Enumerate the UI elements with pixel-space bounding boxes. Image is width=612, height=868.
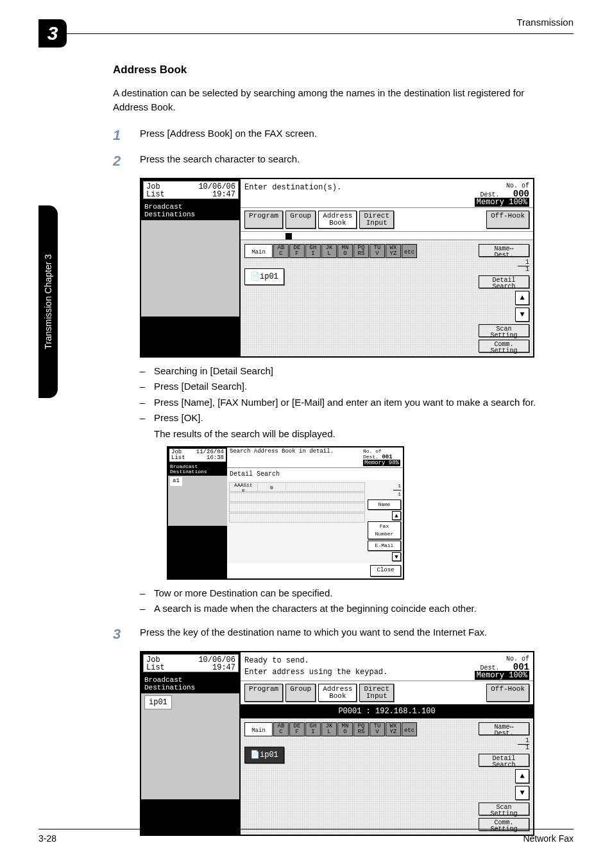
down-arrow-button-2[interactable]: ▼ — [515, 786, 529, 800]
tab-def[interactable]: DE F — [289, 244, 305, 258]
ds-up-arrow[interactable]: ▲ — [392, 511, 401, 520]
tab-pqrs[interactable]: PQ RS — [353, 244, 369, 258]
down-arrow-button[interactable]: ▼ — [515, 308, 529, 322]
fax-screen-2: Job List 10/06/06 19:47 Broadcast Destin… — [140, 651, 534, 836]
ds-frac-bot: 1 — [398, 491, 401, 497]
tab-abc[interactable]: AB C — [273, 244, 289, 258]
broadcast-label: Broadcast Destinations — [141, 201, 241, 220]
sub-4: Press [OK]. — [154, 411, 203, 426]
up-arrow-button-2[interactable]: ▲ — [515, 769, 529, 783]
program-button[interactable]: Program — [244, 211, 283, 229]
page-frac-top-2: 1 — [479, 738, 529, 744]
comm-setting-button[interactable]: Comm. Setting — [479, 340, 529, 352]
ds-frac-top: 1 — [398, 483, 401, 489]
dest-entry-label-2: ip01 — [260, 751, 278, 759]
dest-list-2: ip01 — [141, 693, 241, 799]
group-button[interactable]: Group — [285, 211, 316, 229]
sub-4-note: The results of the search will be displa… — [154, 427, 561, 442]
page-frac-bot-2: 1 — [479, 745, 529, 751]
off-hook-button-2[interactable]: Off-Hook — [486, 684, 529, 702]
tab-main-2[interactable]: Main — [244, 722, 273, 736]
program-button-2[interactable]: Program — [244, 684, 283, 702]
tab-wxyz[interactable]: WX YZ — [386, 244, 401, 258]
detail-search-button-2[interactable]: Detail Search — [479, 754, 529, 767]
address-book-button[interactable]: Address Book — [318, 211, 357, 229]
tab-mno-2[interactable]: MN O — [337, 722, 353, 736]
dest-entry-ip01[interactable]: 📄ip01 — [244, 268, 284, 285]
dash-icon: – — [140, 411, 154, 426]
tab-mno[interactable]: MN O — [337, 244, 353, 258]
tab-ghi[interactable]: GH I — [305, 244, 321, 258]
header-section: Transmission — [516, 17, 574, 28]
ds-job-list[interactable]: Job List 11/26/04 16:38 — [169, 449, 226, 462]
ds-name-button[interactable]: Name — [368, 499, 401, 510]
side-tab-label: Transmission Chapter 3 — [43, 254, 53, 349]
ds-memory: Memory 98% — [363, 460, 400, 466]
dash-icon: – — [140, 586, 154, 601]
tab-main[interactable]: Main — [244, 244, 273, 258]
sub-3: Press [Name], [FAX Number] or [E-Mail] a… — [154, 395, 536, 410]
step-1-num: 1 — [113, 126, 140, 143]
address-book-button-2[interactable]: Address Book — [318, 684, 357, 702]
tab-jkl[interactable]: JK L — [321, 244, 337, 258]
sub-2: Press [Detail Search]. — [154, 379, 247, 394]
job-list-button[interactable]: Job List 10/06/06 19:47 — [143, 181, 239, 199]
tab-tuv[interactable]: TU V — [370, 244, 385, 258]
name-dest-button-2[interactable]: Name↔ Dest. — [479, 722, 529, 735]
dest-list — [141, 220, 241, 317]
prompt-1: Ready to send. — [244, 656, 309, 665]
tab-wxyz-2[interactable]: WX YZ — [386, 722, 401, 736]
tab-tuv-2[interactable]: TU V — [370, 722, 385, 736]
step-3-text: Press the key of the destination name to… — [140, 625, 561, 642]
heading-address-book: Address Book — [113, 62, 561, 78]
direct-input-button-2[interactable]: Direct Input — [359, 684, 394, 702]
ds-close-button[interactable]: Close — [370, 565, 401, 577]
progress-marker — [285, 233, 292, 239]
tab-jkl-2[interactable]: JK L — [321, 722, 337, 736]
ds-down-arrow[interactable]: ▼ — [392, 552, 401, 561]
step-2-text: Press the search character to search. — [140, 152, 561, 167]
ds-cell-1[interactable]: AAASit e — [230, 483, 258, 491]
chapter-tab: 3 — [38, 19, 67, 48]
page-frac-top: 1 — [479, 259, 529, 266]
dash-icon: – — [140, 364, 154, 379]
name-dest-button[interactable]: Name↔ Dest. — [479, 244, 529, 257]
dest-entry-label: ip01 — [260, 272, 278, 281]
page-frac-bot: 1 — [479, 266, 529, 273]
job-list-date: 10/06/06 19:47 — [198, 183, 235, 197]
job-list-label: Job List — [146, 183, 165, 197]
detail-search-button[interactable]: Detail Search — [479, 275, 529, 288]
up-arrow-button[interactable]: ▲ — [515, 291, 529, 305]
prompt-2: Enter address using the keypad. — [244, 668, 387, 677]
dash-icon: – — [140, 395, 154, 410]
ds-email-button[interactable]: E-Mail — [368, 541, 401, 551]
tab-etc[interactable]: etc — [402, 244, 417, 258]
group-button-2[interactable]: Group — [285, 684, 316, 702]
job-list-date-2: 10/06/06 19:47 — [198, 656, 235, 670]
prompt-text: Enter destination(s). — [244, 182, 341, 206]
dash-icon: – — [140, 602, 154, 616]
dest-ip01[interactable]: ip01 — [144, 695, 172, 709]
tab-pqrs-2[interactable]: PQ RS — [353, 722, 369, 736]
scan-setting-button-2[interactable]: Scan Setting — [479, 803, 529, 815]
ds-job-label: Job List — [171, 449, 185, 461]
ds-broadcast: Broadcast Destinations — [168, 463, 227, 476]
job-list-button-2[interactable]: Job List 10/06/06 19:47 — [143, 654, 239, 672]
ds-a1-dest[interactable]: a1 — [170, 477, 182, 486]
tab-etc-2[interactable]: etc — [402, 722, 417, 736]
memory-label: Memory 100% — [475, 198, 529, 207]
tab-abc-2[interactable]: AB C — [273, 722, 289, 736]
ds-job-date: 11/26/04 16:38 — [196, 449, 224, 461]
tab-def-2[interactable]: DE F — [289, 722, 305, 736]
ip-address-row: P0001 : 192.168.1.100 — [241, 704, 533, 718]
dest-entry-ip01-2[interactable]: 📄ip01 — [244, 747, 284, 763]
ds-cell-2[interactable]: 0 — [258, 483, 286, 491]
ds-fax-button[interactable]: Fax Number — [368, 521, 401, 539]
direct-input-button[interactable]: Direct Input — [359, 211, 394, 229]
footer-title: Network Fax — [523, 833, 574, 844]
detail-search-screen: Job List 11/26/04 16:38 Broadcast Destin… — [167, 446, 404, 580]
dash-icon: – — [140, 379, 154, 394]
tab-ghi-2[interactable]: GH I — [305, 722, 321, 736]
scan-setting-button[interactable]: Scan Setting — [479, 324, 529, 337]
off-hook-button[interactable]: Off-Hook — [486, 211, 529, 229]
